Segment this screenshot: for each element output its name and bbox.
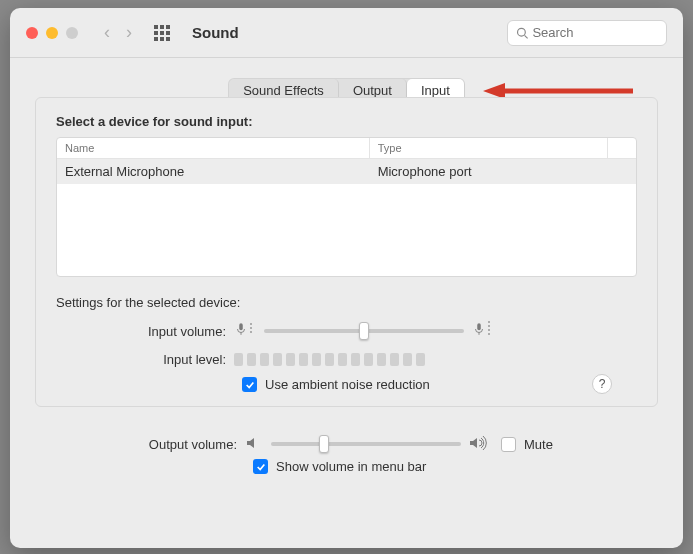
mute-checkbox[interactable] bbox=[501, 437, 516, 452]
speaker-low-icon bbox=[245, 435, 263, 453]
svg-line-1 bbox=[525, 35, 528, 38]
mute-label: Mute bbox=[524, 437, 553, 452]
window-title: Sound bbox=[192, 24, 239, 41]
noise-reduction-checkbox[interactable] bbox=[242, 377, 257, 392]
traffic-lights bbox=[26, 27, 78, 39]
input-level-label: Input level: bbox=[56, 352, 234, 367]
device-table: Name Type External Microphone Microphone… bbox=[56, 137, 637, 277]
input-volume-row: Input volume: bbox=[56, 320, 637, 342]
search-input[interactable] bbox=[532, 25, 658, 40]
show-menu-label: Show volume in menu bar bbox=[276, 459, 426, 474]
forward-button[interactable]: › bbox=[126, 22, 132, 43]
input-volume-label: Input volume: bbox=[56, 324, 234, 339]
column-type[interactable]: Type bbox=[370, 138, 608, 158]
search-field[interactable] bbox=[507, 20, 667, 46]
footer: Output volume: Mute Show volume in menu … bbox=[10, 417, 683, 474]
input-panel: Select a device for sound input: Name Ty… bbox=[35, 97, 658, 407]
svg-marker-9 bbox=[470, 438, 477, 448]
noise-reduction-row: Use ambient noise reduction bbox=[242, 377, 637, 392]
output-volume-label: Output volume: bbox=[35, 437, 245, 452]
output-volume-slider[interactable] bbox=[271, 442, 461, 446]
search-icon bbox=[516, 26, 528, 40]
table-header: Name Type bbox=[57, 138, 636, 159]
back-button[interactable]: ‹ bbox=[104, 22, 110, 43]
mic-low-icon bbox=[234, 320, 256, 342]
settings-label: Settings for the selected device: bbox=[56, 295, 637, 310]
input-volume-slider[interactable] bbox=[264, 329, 464, 333]
zoom-window-button[interactable] bbox=[66, 27, 78, 39]
show-menu-checkbox[interactable] bbox=[253, 459, 268, 474]
device-type-cell: Microphone port bbox=[370, 159, 636, 184]
svg-marker-8 bbox=[247, 438, 254, 448]
nav-arrows: ‹ › bbox=[104, 22, 132, 43]
show-all-icon[interactable] bbox=[154, 25, 170, 41]
svg-point-0 bbox=[518, 28, 526, 36]
svg-rect-6 bbox=[477, 323, 481, 330]
column-name[interactable]: Name bbox=[57, 138, 370, 158]
close-window-button[interactable] bbox=[26, 27, 38, 39]
input-level-meter bbox=[234, 353, 425, 366]
input-level-row: Input level: bbox=[56, 352, 637, 367]
minimize-window-button[interactable] bbox=[46, 27, 58, 39]
help-button[interactable]: ? bbox=[592, 374, 612, 394]
sound-preferences-window: ‹ › Sound Sound Effects Output Input bbox=[10, 8, 683, 548]
device-name-cell: External Microphone bbox=[57, 159, 370, 184]
show-menu-row: Show volume in menu bar bbox=[253, 459, 658, 474]
titlebar: ‹ › Sound bbox=[10, 8, 683, 58]
svg-rect-4 bbox=[239, 323, 243, 330]
speaker-high-icon bbox=[469, 435, 487, 453]
table-row[interactable]: External Microphone Microphone port bbox=[57, 159, 636, 184]
select-device-label: Select a device for sound input: bbox=[56, 114, 637, 129]
noise-reduction-label: Use ambient noise reduction bbox=[265, 377, 430, 392]
mic-high-icon bbox=[472, 320, 494, 342]
output-volume-row: Output volume: Mute bbox=[35, 435, 658, 453]
